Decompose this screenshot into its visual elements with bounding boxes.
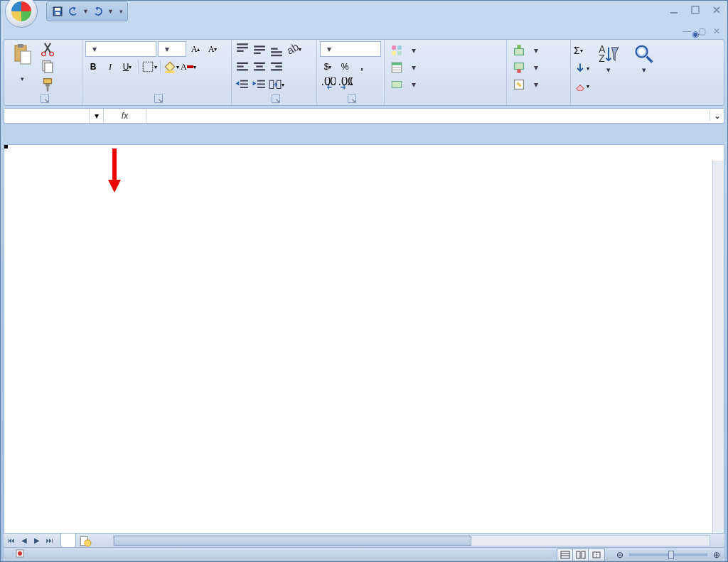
comma-style-button[interactable]: , xyxy=(354,59,370,75)
vertical-scrollbar[interactable] xyxy=(712,161,724,534)
fill-color-button[interactable]: ▾ xyxy=(164,59,179,75)
page-layout-view-button[interactable] xyxy=(573,549,589,561)
maximize-button[interactable] xyxy=(689,4,702,16)
font-dialog-launcher[interactable] xyxy=(154,94,163,103)
page-break-view-button[interactable] xyxy=(589,549,604,561)
last-sheet-button[interactable]: ⏭ xyxy=(43,534,56,547)
alignment-dialog-launcher[interactable] xyxy=(272,94,280,103)
format-cells-icon xyxy=(513,78,525,91)
minimize-button[interactable] xyxy=(668,4,680,16)
svg-rect-22 xyxy=(254,49,265,50)
redo-dropdown[interactable]: ▼ xyxy=(107,8,114,15)
svg-point-71 xyxy=(18,551,22,556)
clipboard-dialog-launcher[interactable] xyxy=(41,94,49,103)
font-name-combo[interactable]: ▾ xyxy=(85,41,156,57)
svg-rect-38 xyxy=(240,83,248,85)
sort-filter-button[interactable]: AZ ▾ xyxy=(592,41,625,74)
svg-rect-13 xyxy=(46,84,50,87)
svg-rect-34 xyxy=(271,63,282,64)
insert-cells-button[interactable]: ▾ xyxy=(510,43,541,58)
undo-dropdown[interactable]: ▼ xyxy=(82,8,89,15)
increase-indent-button[interactable] xyxy=(252,77,267,92)
sheet-tab[interactable] xyxy=(60,534,76,548)
mdi-close-button[interactable]: ✕ xyxy=(713,26,720,36)
mdi-restore-button[interactable]: ▢ xyxy=(698,26,706,36)
svg-rect-44 xyxy=(277,80,281,88)
svg-rect-58 xyxy=(515,48,524,55)
orientation-button[interactable]: ab▾ xyxy=(286,41,301,57)
percent-button[interactable]: % xyxy=(337,59,353,75)
prev-sheet-button[interactable]: ◀ xyxy=(18,534,31,547)
close-button[interactable] xyxy=(710,4,723,16)
qat-customize-dropdown[interactable]: ▾ xyxy=(119,8,123,15)
increase-decimal-button[interactable]: .0.00 xyxy=(320,77,336,92)
svg-rect-36 xyxy=(271,69,282,70)
align-top-button[interactable] xyxy=(235,41,250,57)
number-dialog-launcher[interactable] xyxy=(348,94,356,103)
decrease-indent-button[interactable] xyxy=(235,77,250,92)
align-left-button[interactable] xyxy=(235,59,250,75)
svg-rect-20 xyxy=(237,50,243,52)
font-color-button[interactable]: A▾ xyxy=(181,59,196,75)
align-middle-button[interactable] xyxy=(252,41,267,57)
redo-button[interactable] xyxy=(92,5,105,18)
zoom-in-button[interactable]: ⊕ xyxy=(713,550,720,560)
align-center-button[interactable] xyxy=(252,59,267,75)
worksheet-area xyxy=(4,144,724,534)
office-button[interactable] xyxy=(5,0,38,28)
zoom-out-button[interactable]: ⊖ xyxy=(616,550,623,560)
decrease-decimal-button[interactable]: .00.0 xyxy=(337,77,353,92)
bold-button[interactable]: B xyxy=(85,59,101,75)
macro-record-button[interactable] xyxy=(15,549,25,561)
italic-button[interactable]: I xyxy=(102,59,118,75)
autosum-button[interactable]: Σ▾ xyxy=(574,43,583,58)
zoom-slider[interactable] xyxy=(629,553,707,556)
next-sheet-button[interactable]: ▶ xyxy=(31,534,43,547)
grow-font-button[interactable]: A▴ xyxy=(188,41,203,57)
svg-rect-39 xyxy=(240,87,248,88)
borders-button[interactable]: ▾ xyxy=(141,59,157,75)
format-painter-button[interactable] xyxy=(40,77,55,92)
svg-rect-4 xyxy=(692,6,699,13)
number-format-combo[interactable]: ▾ xyxy=(320,41,381,57)
align-right-button[interactable] xyxy=(269,59,284,75)
conditional-formatting-button[interactable]: ▾ xyxy=(387,43,419,58)
fx-label[interactable]: fx xyxy=(104,109,146,123)
svg-rect-76 xyxy=(582,551,585,558)
svg-rect-18 xyxy=(237,43,248,45)
paste-button[interactable]: ▾ xyxy=(7,41,37,83)
horizontal-scrollbar[interactable] xyxy=(113,535,710,546)
name-box-dropdown[interactable]: ▾ xyxy=(90,109,104,123)
accounting-format-button[interactable]: $▾ xyxy=(320,59,336,75)
fill-button[interactable]: ▾ xyxy=(574,60,589,76)
svg-rect-30 xyxy=(237,69,248,70)
copy-button[interactable] xyxy=(40,59,55,75)
format-cells-button[interactable]: ▾ xyxy=(510,77,541,92)
cell-styles-button[interactable]: ▾ xyxy=(387,77,419,92)
formula-bar[interactable] xyxy=(146,109,710,123)
format-as-table-button[interactable]: ▾ xyxy=(387,60,419,75)
name-box[interactable] xyxy=(4,109,90,123)
mdi-minimize-button[interactable]: — xyxy=(682,26,691,36)
svg-rect-29 xyxy=(237,65,243,67)
svg-rect-12 xyxy=(44,79,52,84)
undo-button[interactable] xyxy=(67,5,80,18)
save-button[interactable] xyxy=(51,5,64,18)
delete-cells-button[interactable]: ▾ xyxy=(510,60,541,75)
first-sheet-button[interactable]: ⏮ xyxy=(5,534,18,547)
underline-button[interactable]: U▾ xyxy=(119,59,135,75)
conditional-formatting-icon xyxy=(390,44,403,57)
merge-center-button[interactable]: ▾ xyxy=(269,77,284,92)
find-select-button[interactable]: ▾ xyxy=(628,41,660,74)
svg-rect-16 xyxy=(165,71,175,73)
align-bottom-button[interactable] xyxy=(269,41,284,57)
cut-button[interactable] xyxy=(40,41,55,57)
new-sheet-button[interactable] xyxy=(79,534,92,547)
svg-rect-11 xyxy=(45,63,53,73)
normal-view-button[interactable] xyxy=(557,549,573,561)
clear-button[interactable]: ▾ xyxy=(574,78,589,94)
shrink-font-button[interactable]: A▾ xyxy=(205,41,220,57)
font-size-combo[interactable]: ▾ xyxy=(158,41,186,57)
svg-rect-41 xyxy=(257,83,265,85)
expand-formula-bar-button[interactable]: ⌄ xyxy=(710,111,724,121)
